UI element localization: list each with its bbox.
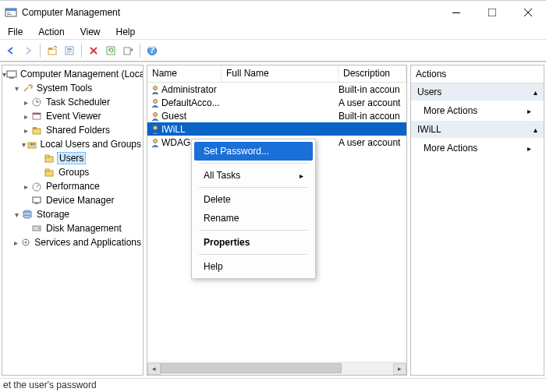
toolbar: ? [0,40,546,62]
tree-device-manager[interactable]: Device Manager [2,193,143,207]
ctx-set-password[interactable]: Set Password... [194,142,313,161]
folder-icon [43,166,55,178]
svg-rect-12 [67,51,72,51]
list-row-selected[interactable]: IWiLL [147,122,406,136]
svg-rect-27 [33,129,41,134]
tree-local-users-groups[interactable]: ▾Local Users and Groups [2,137,143,151]
actions-more-users[interactable]: More Actions▸ [411,101,544,121]
tree-performance[interactable]: ▸Performance [2,179,143,193]
col-description[interactable]: Description [339,65,406,82]
event-icon [30,110,43,122]
col-fullname[interactable]: Full Name [222,65,339,82]
forward-button[interactable] [20,43,36,58]
tree-root[interactable]: ▾Computer Management (Local [2,67,143,81]
svg-rect-11 [67,48,72,50]
horizontal-scrollbar[interactable]: ◂ ▸ [147,362,406,375]
svg-rect-21 [9,77,14,79]
scroll-right-button[interactable]: ▸ [393,363,406,375]
list-pane: Name Full Name Description Administrator… [147,65,407,376]
collapse-icon: ▴ [534,125,537,134]
collapse-icon: ▴ [534,88,537,97]
svg-rect-13 [67,52,70,53]
properties-button[interactable] [62,43,77,58]
ctx-delete[interactable]: Delete [194,190,313,209]
close-button[interactable] [510,1,546,24]
tools-icon [21,82,34,94]
user-icon [147,124,161,135]
user-icon [147,84,161,95]
tree-system-tools[interactable]: ▾System Tools [2,81,143,95]
col-name[interactable]: Name [147,65,222,82]
svg-point-55 [154,139,158,143]
menu-view[interactable]: View [73,26,108,37]
delete-button[interactable] [86,43,101,58]
ctx-help[interactable]: Help [194,257,313,276]
window-title: Computer Management [22,7,438,18]
svg-rect-28 [33,127,37,129]
list-row[interactable]: Administrator Built-in accoun [147,83,406,96]
actions-more-iwill[interactable]: More Actions▸ [411,138,544,158]
svg-rect-38 [33,197,41,203]
list-row[interactable]: DefaultAcco... A user account [147,96,406,109]
svg-rect-17 [124,48,130,55]
list-row[interactable]: Guest Built-in accoun [147,109,406,122]
menu-bar: File Action View Help [0,24,546,40]
tree-users[interactable]: Users [2,151,143,165]
tree-groups[interactable]: Groups [2,165,143,179]
up-button[interactable] [44,43,60,58]
tree-services-apps[interactable]: ▸Services and Applications [2,235,143,249]
maximize-button[interactable] [474,1,510,24]
ctx-all-tasks[interactable]: All Tasks▸ [194,166,313,185]
list-header: Name Full Name Description [147,65,406,83]
title-bar: Computer Management [0,1,546,24]
user-icon [147,111,161,122]
back-button[interactable] [3,43,19,58]
menu-action[interactable]: Action [30,26,72,37]
submenu-arrow-icon: ▸ [300,171,303,180]
minimize-button[interactable] [438,1,474,24]
svg-point-54 [154,125,158,129]
scroll-thumb[interactable] [161,363,342,373]
actions-pane: Actions Users▴ More Actions▸ IWiLL▴ More… [410,65,544,376]
status-bar: et the user's password [0,378,546,392]
menu-file[interactable]: File [0,26,30,37]
svg-point-31 [32,143,34,146]
actions-section-iwill[interactable]: IWiLL▴ [411,121,544,138]
clock-icon [30,96,43,108]
tree-disk-management[interactable]: Disk Management [2,221,143,235]
export-button[interactable] [120,43,136,58]
submenu-arrow-icon: ▸ [527,107,531,115]
computer-icon [6,68,17,80]
tree-task-scheduler[interactable]: ▸Task Scheduler [2,95,143,109]
svg-point-53 [154,112,158,116]
tree-event-viewer[interactable]: ▸Event Viewer [2,109,143,123]
svg-point-42 [23,215,31,218]
users-group-icon [27,138,37,150]
svg-text:?: ? [149,45,154,55]
submenu-arrow-icon: ▸ [527,144,531,153]
svg-rect-5 [488,9,496,16]
folder-icon [43,152,55,164]
svg-rect-3 [7,14,12,15]
help-button[interactable]: ? [144,43,160,58]
menu-help[interactable]: Help [108,26,144,37]
device-icon [30,194,43,207]
refresh-button[interactable] [103,43,119,58]
ctx-rename[interactable]: Rename [194,209,313,228]
actions-section-users[interactable]: Users▴ [411,83,544,101]
performance-icon [30,180,43,192]
tree-pane: ▾Computer Management (Local ▾System Tool… [2,65,144,376]
main-area: ▾Computer Management (Local ▾System Tool… [0,62,546,378]
actions-header: Actions [411,65,544,83]
tree-storage[interactable]: ▾Storage [2,207,143,221]
context-menu: Set Password... All Tasks▸ Delete Rename… [191,139,316,279]
app-icon [5,6,17,19]
user-icon [147,137,161,148]
scroll-left-button[interactable]: ◂ [147,363,161,375]
services-icon [20,236,31,249]
svg-rect-4 [452,12,460,13]
tree-shared-folders[interactable]: ▸Shared Folders [2,123,143,137]
ctx-properties[interactable]: Properties [194,233,313,252]
svg-rect-35 [45,169,49,171]
svg-rect-9 [48,48,52,50]
